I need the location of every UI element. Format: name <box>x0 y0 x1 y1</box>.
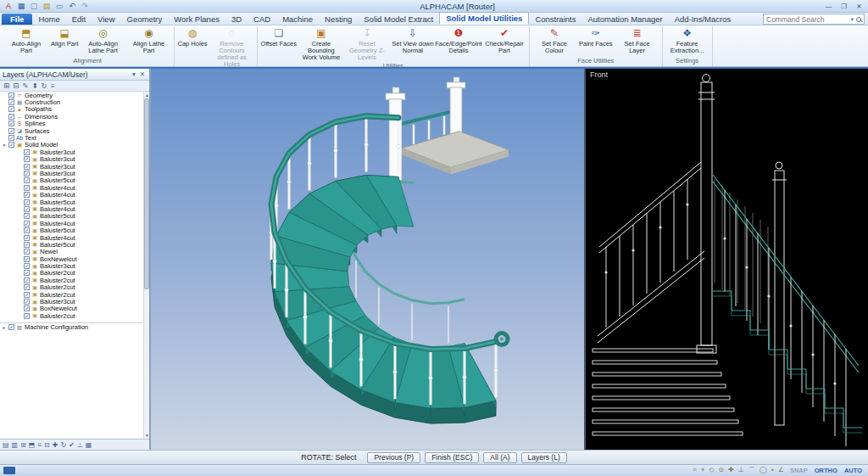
ribbon-button[interactable]: ✔ Check/Repair Part <box>481 26 527 54</box>
undo-icon[interactable]: ↶ <box>67 1 77 11</box>
layer-visibility-checkbox[interactable] <box>8 142 14 148</box>
layer-new-icon[interactable]: ⊞ <box>3 81 9 90</box>
layer-visibility-checkbox[interactable] <box>24 213 30 219</box>
layer-visibility-checkbox[interactable] <box>24 256 30 262</box>
command-search-box[interactable]: ▾ <box>763 14 865 25</box>
ribbon-button[interactable]: ✎ Set Face Colour <box>531 26 577 54</box>
layer-visibility-checkbox[interactable] <box>8 128 14 134</box>
menu-tab[interactable]: Constraints <box>529 14 581 25</box>
mode-toggle[interactable]: ORTHO <box>812 467 840 474</box>
save-icon[interactable]: ▦ <box>16 1 26 11</box>
menu-tab[interactable]: Machine <box>276 14 319 25</box>
layer-tree-item[interactable]: ↔ Dimensions <box>0 113 149 120</box>
apply-icon[interactable]: ✔ <box>69 441 75 449</box>
layer-visibility-checkbox[interactable] <box>24 185 30 191</box>
menu-tab[interactable]: File <box>2 14 32 25</box>
ribbon-button[interactable]: ≣ Set Face Layer <box>615 26 660 54</box>
snap-angle-icon[interactable]: ∠ <box>778 466 784 475</box>
layer-visibility-checkbox[interactable] <box>24 313 30 319</box>
layer-visibility-checkbox[interactable] <box>24 171 30 176</box>
app-logo-icon[interactable]: A <box>3 1 14 11</box>
redo-icon[interactable]: ↷ <box>80 1 90 11</box>
snap-midpoint-icon[interactable]: ◇ <box>709 466 714 475</box>
menu-tab[interactable]: Solid Model Utilities <box>439 12 529 25</box>
layer-visibility-checkbox[interactable] <box>24 149 30 155</box>
ribbon-button[interactable]: ❏ Offset Faces <box>259 26 298 48</box>
layer-tree-item[interactable]: Ab Text <box>0 134 149 141</box>
layer-tree-item[interactable]: ▦ Construction <box>0 98 149 105</box>
ribbon-button[interactable]: ◌ Remove Contours defined as Holes <box>209 26 255 68</box>
layer-visibility-checkbox[interactable] <box>24 164 30 170</box>
refresh-icon[interactable]: ↻ <box>60 441 66 449</box>
tree-scrollbar[interactable]: ▲ ▼ <box>143 92 149 439</box>
menu-tab[interactable]: Home <box>32 14 65 25</box>
ribbon-button[interactable]: ⬒ Auto-Align Part <box>3 26 49 54</box>
search-input[interactable] <box>766 15 848 24</box>
ribbon-button[interactable]: ↧ Reset Geometry Z-Levels <box>344 26 390 61</box>
grid-icon[interactable]: ▦ <box>86 441 92 449</box>
chevron-down-icon[interactable]: ▾ <box>850 16 854 23</box>
open-file-icon[interactable]: ▤ <box>42 1 52 11</box>
layer-visibility-checkbox[interactable] <box>24 263 30 269</box>
snap-circle-icon[interactable]: ◯ <box>760 466 767 475</box>
ribbon-button[interactable]: ◉ Align Lathe Part <box>126 26 172 54</box>
command-bar-button[interactable]: All (A) <box>483 452 516 463</box>
layer-visibility-checkbox[interactable] <box>24 221 30 227</box>
layer-visibility-checkbox[interactable] <box>24 242 30 248</box>
snap-node-icon[interactable]: ▪ <box>771 466 774 475</box>
menu-tab[interactable]: Automation Manager <box>581 14 668 25</box>
close-button[interactable]: ✕ <box>852 1 866 11</box>
mode-toggle[interactable]: SNAP <box>787 467 810 474</box>
layer-visibility-checkbox[interactable] <box>24 199 30 205</box>
layer-properties-icon[interactable]: ✎ <box>22 81 28 90</box>
layer-visibility-checkbox[interactable] <box>24 299 30 305</box>
layer-visibility-checkbox[interactable] <box>24 305 30 311</box>
minimize-button[interactable]: — <box>821 1 836 11</box>
command-bar-button[interactable]: Layers (L) <box>521 452 567 463</box>
layer-visibility-checkbox[interactable] <box>8 135 14 141</box>
scroll-down-icon[interactable]: ▼ <box>144 432 149 439</box>
add-layer-icon[interactable]: ✚ <box>53 441 58 449</box>
insert-icon[interactable]: ⊞ <box>20 441 26 449</box>
snap-perpendicular-icon[interactable]: ⊥ <box>738 466 744 475</box>
expand-arrow-icon[interactable]: ▾ <box>2 143 7 148</box>
snap-intersection-icon[interactable]: ✚ <box>728 466 734 475</box>
ribbon-button[interactable]: ✑ Paint Faces <box>577 26 615 48</box>
menu-tab[interactable]: Solid Model Extract <box>358 14 439 25</box>
layer-visibility-checkbox[interactable] <box>24 156 30 162</box>
layer-visibility-checkbox[interactable] <box>8 99 14 105</box>
snap-center-icon[interactable]: ⊙ <box>719 466 725 475</box>
axis-icon[interactable]: ⊥ <box>77 441 83 449</box>
layer-tree-item[interactable]: ▱ Geometry <box>0 92 149 98</box>
work-planes-icon[interactable]: ⬒ <box>29 441 36 449</box>
layer-visibility-checkbox[interactable] <box>24 177 30 183</box>
expand-arrow-icon[interactable]: ▸ <box>2 325 7 330</box>
layer-visibility-checkbox[interactable] <box>24 292 30 298</box>
snap-grid-icon[interactable]: ⌗ <box>693 466 697 475</box>
layer-visibility-checkbox[interactable] <box>24 235 30 241</box>
layer-visibility-checkbox[interactable] <box>8 92 14 98</box>
snap-endpoint-icon[interactable]: ⌖ <box>701 466 705 475</box>
layer-visibility-checkbox[interactable] <box>8 120 14 126</box>
layer-visibility-checkbox[interactable] <box>8 324 14 330</box>
command-bar-button[interactable]: Previous (P) <box>367 452 420 463</box>
layer-tree-item[interactable]: ▣ Baluster5cut <box>0 241 149 248</box>
menu-tab[interactable]: CAD <box>248 14 276 25</box>
layer-visibility-checkbox[interactable] <box>24 227 30 233</box>
scroll-up-icon[interactable]: ▲ <box>144 92 149 98</box>
collapse-icon[interactable]: ⊟ <box>44 441 50 449</box>
layer-tree-item[interactable]: ▲ Toolpaths <box>0 106 149 113</box>
menu-tab[interactable]: Add-Ins/Macros <box>669 14 737 25</box>
layer-list-options-icon[interactable]: ≡ <box>51 81 55 90</box>
layer-visibility-checkbox[interactable] <box>24 192 30 198</box>
ribbon-button[interactable]: ▣ Create Bounding Work Volume <box>298 26 344 61</box>
viewport-front[interactable]: Front <box>584 69 868 450</box>
print-icon[interactable]: ▭ <box>54 1 64 11</box>
list-icon[interactable]: ≡ <box>37 441 42 449</box>
mode-toggle[interactable]: AUTO <box>842 467 865 474</box>
ribbon-button[interactable]: ⇩ Set View down Normal <box>390 26 436 54</box>
ribbon-button[interactable]: ⬓ Align Part <box>49 26 81 48</box>
layer-visibility-checkbox[interactable] <box>8 106 14 112</box>
layer-tree-item[interactable]: ◪ Surfaces <box>0 127 149 134</box>
menu-tab[interactable]: Work Planes <box>168 14 225 25</box>
